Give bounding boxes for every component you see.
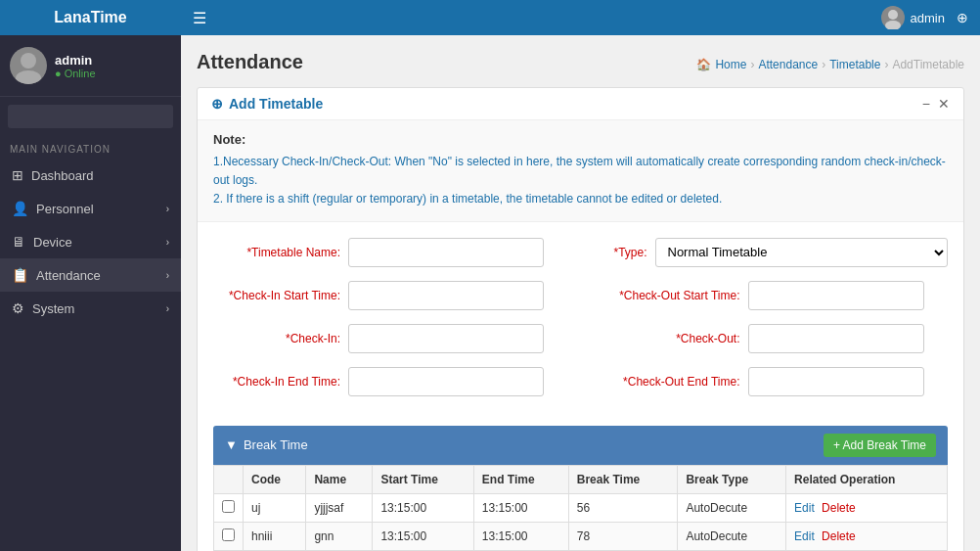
topbar: ☰ admin ⊕: [181, 0, 980, 35]
system-icon: ⚙: [12, 300, 24, 316]
sidebar-header: LanaTime: [0, 0, 181, 35]
table-row: uj yjjjsaf 13:15:00 13:15:00 56 AutoDecu…: [214, 493, 948, 522]
checkin-end-input[interactable]: 10:00:00: [348, 367, 544, 396]
content-area: Attendance 🏠 Home › Attendance › Timetab…: [181, 35, 980, 551]
sidebar-item-system[interactable]: ⚙System ›: [0, 292, 181, 325]
form-group-checkout-end: *Check-Out End Time: 07:00:00: [589, 367, 949, 396]
share-icon[interactable]: ⊕: [957, 10, 968, 25]
table-row: hniii gnn 13:15:00 13:15:00 78 AutoDecut…: [214, 522, 948, 550]
form-group-checkin-start: *Check-In Start Time: 08:00:00: [213, 281, 573, 310]
sidebar-item-dashboard[interactable]: ⊞Dashboard: [0, 159, 181, 192]
row-break-time: 78: [568, 522, 678, 550]
row-checkbox-cell[interactable]: [214, 493, 244, 522]
checkin-label: *Check-In:: [213, 332, 340, 345]
checkin-start-input[interactable]: 08:00:00: [348, 281, 544, 310]
timetable-name-input[interactable]: [348, 238, 544, 267]
break-table: Code Name Start Time End Time Break Time…: [213, 465, 948, 551]
profile-name: admin: [55, 53, 96, 68]
breadcrumb-timetable[interactable]: Timetable: [829, 58, 880, 71]
personnel-icon: 👤: [12, 201, 28, 216]
row-name: gnn: [306, 522, 373, 550]
th-end-time: End Time: [473, 465, 568, 493]
svg-point-1: [16, 70, 41, 84]
attendance-icon: 📋: [12, 267, 28, 283]
breadcrumb-home-icon: 🏠: [696, 58, 711, 71]
form-row-2: *Check-In Start Time: 08:00:00 *Check-Ou…: [213, 281, 948, 310]
checkout-end-input[interactable]: 07:00:00: [748, 367, 924, 396]
sidebar-item-device[interactable]: 🖥Device ›: [0, 225, 181, 258]
type-label: *Type:: [589, 246, 647, 259]
profile-status: ● Online: [55, 68, 96, 79]
form-group-checkout: *Check-Out: 06:00:00: [589, 324, 949, 353]
row-end-time: 13:15:00: [473, 493, 568, 522]
checkout-label: *Check-Out:: [589, 332, 740, 345]
svg-point-0: [21, 53, 36, 69]
row-name: yjjjsaf: [306, 493, 373, 522]
sidebar-item-label: Personnel: [36, 202, 94, 216]
row-checkbox[interactable]: [222, 500, 235, 513]
timetable-name-label: *Timetable Name:: [213, 246, 340, 259]
sidebar-item-attendance[interactable]: 📋Attendance ›: [0, 258, 181, 292]
checkin-start-label: *Check-In Start Time:: [213, 289, 340, 302]
row-checkbox[interactable]: [222, 528, 235, 541]
breadcrumb-home[interactable]: Home: [715, 58, 746, 71]
note-title: Note:: [213, 132, 948, 147]
breadcrumb-sep2: ›: [822, 58, 825, 71]
delete-link[interactable]: Delete: [822, 529, 856, 543]
svg-point-2: [888, 10, 898, 20]
checkin-input[interactable]: 09:00:00: [348, 324, 544, 353]
close-button[interactable]: ✕: [938, 96, 950, 112]
card-header-actions: − ✕: [922, 96, 950, 112]
hamburger-icon[interactable]: ☰: [193, 9, 206, 27]
form-group-type: *Type: Normal Timetable Flexible Timetab…: [589, 238, 949, 267]
edit-link[interactable]: Edit: [794, 529, 815, 543]
edit-link[interactable]: Edit: [794, 501, 815, 515]
form-row-4: *Check-In End Time: 10:00:00 *Check-Out …: [213, 367, 948, 396]
delete-link[interactable]: Delete: [822, 501, 856, 515]
sidebar-item-personnel[interactable]: 👤Personnel ›: [0, 192, 181, 225]
topbar-right: admin ⊕: [881, 6, 968, 29]
sidebar-item-label: Dashboard: [31, 168, 94, 183]
form-row-3: *Check-In: 09:00:00 *Check-Out: 06:00:00: [213, 324, 948, 353]
note-section: Note: 1.Necessary Check-In/Check-Out: Wh…: [198, 120, 963, 222]
row-break-type: AutoDecute: [678, 522, 786, 550]
sidebar-item-label: Device: [33, 235, 72, 250]
svg-point-3: [885, 21, 901, 29]
page-title: Attendance: [197, 51, 303, 73]
card-header: ⊕ Add Timetable − ✕: [198, 88, 963, 120]
sidebar-item-label: System: [32, 301, 74, 316]
th-break-time: Break Time: [568, 465, 678, 493]
checkin-end-label: *Check-In End Time:: [213, 375, 340, 389]
search-input[interactable]: [8, 105, 173, 128]
minimize-button[interactable]: −: [922, 96, 930, 112]
breadcrumb-current: AddTimetable: [892, 58, 964, 71]
avatar: [10, 47, 47, 84]
plus-icon: ⊕: [211, 96, 223, 112]
checkout-start-input[interactable]: 05:00:00: [748, 281, 924, 310]
card-title: ⊕ Add Timetable: [211, 96, 323, 112]
form-row-1: *Timetable Name: *Type: Normal Timetable…: [213, 238, 948, 267]
th-code: Code: [244, 465, 306, 493]
chevron-right-icon: ›: [166, 270, 169, 281]
row-checkbox-cell[interactable]: [214, 522, 244, 550]
add-break-button[interactable]: + Add Break Time: [824, 434, 936, 457]
profile-info: admin ● Online: [55, 53, 96, 79]
dashboard-icon: ⊞: [12, 167, 23, 183]
add-timetable-card: ⊕ Add Timetable − ✕ Note: 1.Necessary Ch…: [197, 87, 964, 551]
type-select[interactable]: Normal Timetable Flexible Timetable: [655, 238, 949, 267]
sidebar: LanaTime admin ● Online MAIN NAVIGATION …: [0, 0, 181, 551]
topbar-left: ☰: [193, 9, 206, 27]
break-section: ▼ Break Time + Add Break Time Code Name …: [213, 426, 948, 551]
row-start-time: 13:15:00: [373, 493, 473, 522]
checkout-end-label: *Check-Out End Time:: [589, 375, 740, 389]
nav-label: MAIN NAVIGATION: [0, 136, 181, 159]
note-line-1: 1.Necessary Check-In/Check-Out: When "No…: [213, 153, 948, 190]
row-code: uj: [244, 493, 306, 522]
app-name: LanaTime: [54, 9, 126, 26]
sidebar-search[interactable]: [0, 97, 181, 136]
breadcrumb-attendance[interactable]: Attendance: [758, 58, 818, 71]
form-group-checkout-start: *Check-Out Start Time: 05:00:00: [589, 281, 949, 310]
topbar-username: admin: [911, 11, 945, 25]
checkout-input[interactable]: 06:00:00: [748, 324, 924, 353]
th-checkbox: [214, 465, 244, 493]
